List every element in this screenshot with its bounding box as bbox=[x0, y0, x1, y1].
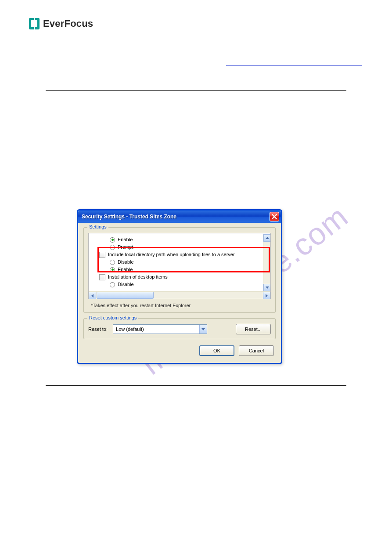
radio-icon[interactable] bbox=[110, 260, 115, 265]
reset-row: Reset to: Low (default) Reset... bbox=[88, 324, 271, 334]
settings-tree: Enable Prompt Include local directory pa… bbox=[89, 234, 270, 288]
option-label: Disable bbox=[118, 259, 134, 265]
chevron-left-icon bbox=[91, 294, 94, 297]
logo-text: EverFocus bbox=[43, 18, 93, 29]
reset-group-label: Reset custom settings bbox=[87, 315, 138, 320]
chevron-up-icon bbox=[266, 237, 269, 239]
chevron-down-icon bbox=[266, 287, 269, 289]
settings-groupbox: Settings Enable Prompt bbox=[83, 227, 276, 313]
chevron-down-icon bbox=[201, 328, 205, 330]
cancel-button[interactable]: Cancel bbox=[239, 345, 274, 356]
logo-icon bbox=[28, 17, 40, 31]
reset-level-dropdown[interactable]: Low (default) bbox=[113, 324, 207, 334]
reset-to-label: Reset to: bbox=[88, 326, 108, 332]
scroll-right-button[interactable] bbox=[263, 292, 270, 299]
option-prompt-prev[interactable]: Prompt bbox=[89, 243, 270, 251]
scroll-track[interactable] bbox=[154, 292, 263, 299]
scroll-down-button[interactable] bbox=[263, 284, 270, 291]
settings-group-label: Settings bbox=[87, 224, 108, 229]
close-icon bbox=[272, 214, 277, 219]
paragraph-2: For Internet Explorer 7.x, add the DVR's… bbox=[55, 140, 337, 157]
dialog-body: Settings Enable Prompt bbox=[78, 223, 281, 363]
radio-icon[interactable] bbox=[110, 245, 115, 250]
paragraph-3: For Internet Explorer 8.x, add the DVR's… bbox=[55, 185, 337, 194]
top-divider bbox=[46, 90, 346, 91]
restart-note: *Takes effect after you restart Internet… bbox=[88, 299, 271, 308]
setting-group-icon bbox=[99, 252, 105, 258]
header-link-underline bbox=[226, 65, 362, 65]
setting-label: Include local directory path when upload… bbox=[108, 251, 235, 258]
radio-icon[interactable] bbox=[110, 267, 115, 272]
settings-area: Enable Prompt Include local directory pa… bbox=[88, 233, 271, 299]
dialog-title: Security Settings - Trusted Sites Zone bbox=[82, 214, 176, 220]
reset-button[interactable]: Reset... bbox=[236, 324, 271, 334]
scroll-left-button[interactable] bbox=[89, 292, 96, 299]
close-button[interactable] bbox=[270, 212, 279, 221]
ok-button[interactable]: OK bbox=[199, 345, 234, 356]
reset-groupbox: Reset custom settings Reset to: Low (def… bbox=[83, 318, 276, 339]
scroll-thumb[interactable] bbox=[97, 292, 154, 299]
page-header: EverFocus bbox=[28, 17, 364, 31]
horizontal-scrollbar[interactable] bbox=[89, 291, 270, 299]
option-label: Disable bbox=[118, 281, 134, 288]
bottom-divider bbox=[46, 385, 346, 386]
scroll-up-button[interactable] bbox=[263, 234, 270, 242]
dialog-button-row: OK Cancel bbox=[83, 345, 276, 357]
security-settings-dialog: Security Settings - Trusted Sites Zone S… bbox=[77, 209, 282, 364]
option-enable-prev[interactable]: Enable bbox=[89, 236, 270, 243]
setting-include-local-path: Include local directory path when upload… bbox=[89, 251, 270, 258]
titlebar[interactable]: Security Settings - Trusted Sites Zone bbox=[78, 210, 281, 223]
option-install-disable[interactable]: Disable bbox=[89, 281, 270, 288]
setting-install-desktop-items: Installation of desktop items bbox=[89, 273, 270, 281]
chevron-right-icon bbox=[266, 294, 268, 297]
option-include-disable[interactable]: Disable bbox=[89, 258, 270, 266]
dropdown-button[interactable] bbox=[199, 325, 207, 334]
settings-list[interactable]: Enable Prompt Include local directory pa… bbox=[89, 234, 270, 291]
dropdown-value: Low (default) bbox=[116, 326, 144, 332]
setting-label: Installation of desktop items bbox=[108, 274, 168, 280]
option-label: Enable bbox=[118, 266, 133, 273]
option-label: Prompt bbox=[118, 244, 133, 250]
radio-icon[interactable] bbox=[110, 282, 115, 287]
option-include-enable[interactable]: Enable bbox=[89, 266, 270, 273]
radio-icon[interactable] bbox=[110, 237, 115, 243]
setting-group-icon bbox=[99, 274, 105, 280]
vertical-scrollbar[interactable] bbox=[263, 234, 270, 291]
option-label: Enable bbox=[118, 236, 133, 243]
paragraph-1: The second method involves adjusting the… bbox=[55, 102, 337, 128]
